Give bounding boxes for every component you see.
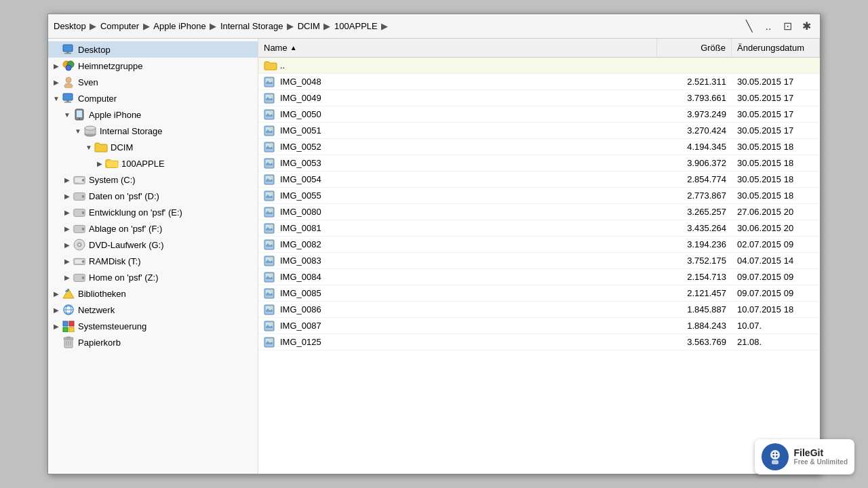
drive-network-z-icon <box>73 270 86 284</box>
sidebar-item-100apple[interactable]: 100APPLE <box>48 155 258 171</box>
breadcrumb-bar: Desktop ▶ Computer ▶ Apple iPhone ▶ Inte… <box>48 14 820 39</box>
sidebar-item-ablagef[interactable]: Ablage on 'psf' (F:) <box>48 220 258 237</box>
table-row[interactable]: IMG_00503.973.24930.05.2015 17 <box>258 106 820 123</box>
arrow-sven[interactable] <box>51 77 62 87</box>
sidebar-item-computer[interactable]: Computer <box>48 90 258 106</box>
file-name: IMG_0125 <box>258 337 657 348</box>
sidebar-item-dcim[interactable]: DCIM <box>48 139 258 155</box>
sidebar-item-systemsteuerung[interactable]: Systemsteuerung <box>48 318 258 334</box>
arrow-internal[interactable] <box>73 125 83 136</box>
sidebar-item-internal[interactable]: Internal Storage <box>48 123 258 139</box>
file-list-body[interactable]: .. IMG_00482.521.31130.05.2015 17 IMG_00… <box>258 58 820 474</box>
table-row[interactable]: IMG_00842.154.71309.07.2015 09 <box>258 269 820 285</box>
sidebar-label-ablagef: Ablage on 'psf' (F:) <box>89 224 162 234</box>
sidebar-item-dvdg[interactable]: DVD-Laufwerk (G:) <box>48 237 258 253</box>
svg-rect-46 <box>66 337 71 338</box>
arrow-netzwerk[interactable] <box>51 304 62 315</box>
table-row[interactable]: IMG_01253.563.76921.08. <box>258 334 820 350</box>
arrow-datend[interactable] <box>62 190 73 201</box>
svg-point-6 <box>66 77 71 83</box>
sidebar-item-papierkorb[interactable]: Papierkorb <box>48 334 258 350</box>
svg-rect-0 <box>63 45 73 52</box>
file-name-text: IMG_0086 <box>280 304 321 314</box>
column-header-date[interactable]: Änderungsdatum <box>732 39 820 57</box>
sidebar-item-systemc[interactable]: System (C:) <box>48 171 258 188</box>
file-name-text: IMG_0051 <box>280 125 321 136</box>
breadcrumb-100apple[interactable]: 100APPLE <box>334 21 378 31</box>
table-row[interactable]: IMG_00852.121.45709.07.2015 09 <box>258 285 820 302</box>
image-file-icon <box>264 109 277 120</box>
table-row[interactable]: IMG_00823.194.23602.07.2015 09 <box>258 237 820 253</box>
sidebar-item-homez[interactable]: Home on 'psf' (Z:) <box>48 269 258 285</box>
toolbar-star-button[interactable]: ✱ <box>798 18 814 35</box>
sidebar-item-ramt[interactable]: RAMDisk (T:) <box>48 253 258 269</box>
svg-point-85 <box>271 258 273 260</box>
table-row[interactable]: IMG_00861.845.88710.07.2015 18 <box>258 302 820 318</box>
sidebar-item-datend[interactable]: Daten on 'psf' (D:) <box>48 188 258 204</box>
drive-network-d-icon <box>73 189 86 203</box>
toolbar-window-button[interactable]: ⊡ <box>779 18 795 35</box>
arrow-homez[interactable] <box>62 272 73 283</box>
arrow-100apple[interactable] <box>94 158 105 169</box>
toolbar-dotdot-button[interactable]: .. <box>760 18 776 35</box>
breadcrumb-iphone[interactable]: Apple iPhone <box>153 21 205 31</box>
table-row[interactable]: IMG_00533.906.37230.05.2015 18 <box>258 155 820 171</box>
image-file-icon <box>264 239 277 250</box>
sidebar-item-heimnetz[interactable]: Heimnetzgruppe <box>48 58 258 74</box>
svg-point-100 <box>271 339 273 341</box>
table-row[interactable]: IMG_00871.884.24310.07. <box>258 318 820 334</box>
arrow-dcim[interactable] <box>83 142 94 152</box>
sidebar-item-netzwerk[interactable]: Netzwerk <box>48 302 258 318</box>
table-row[interactable]: IMG_00542.854.77430.05.2015 18 <box>258 171 820 188</box>
arrow-systemc[interactable] <box>62 174 73 185</box>
table-row[interactable]: IMG_00493.793.66130.05.2015 17 <box>258 90 820 106</box>
table-row[interactable]: IMG_00833.752.17504.07.2015 14 <box>258 253 820 269</box>
file-name-text: IMG_0081 <box>280 223 321 233</box>
sidebar-item-entwe[interactable]: Entwicklung on 'psf' (E:) <box>48 204 258 220</box>
svg-point-13 <box>79 118 80 119</box>
arrow-heimnetz[interactable] <box>51 60 62 71</box>
arrow-entwe[interactable] <box>62 207 73 218</box>
breadcrumb-dcim[interactable]: DCIM <box>298 21 320 31</box>
arrow-biblio[interactable] <box>51 288 62 299</box>
arrow-ramt[interactable] <box>62 256 73 266</box>
file-size: 3.270.424 <box>657 125 732 136</box>
file-name: IMG_0054 <box>258 174 657 185</box>
sidebar: Desktop Heimnetzgruppe <box>48 39 258 474</box>
folder-yellow-icon <box>94 140 108 154</box>
table-row[interactable]: IMG_00524.194.34530.05.2015 18 <box>258 139 820 155</box>
table-row[interactable]: IMG_00813.435.26430.06.2015 20 <box>258 220 820 237</box>
table-row[interactable]: .. <box>258 58 820 74</box>
arrow-dvdg[interactable] <box>62 239 73 250</box>
sidebar-label-biblio: Bibliotheken <box>78 289 126 299</box>
sidebar-item-iphone[interactable]: Apple iPhone <box>48 106 258 123</box>
column-header-size[interactable]: Größe <box>657 39 732 57</box>
column-header-name[interactable]: Name ▲ <box>258 39 657 57</box>
image-file-icon <box>264 77 277 87</box>
file-name: .. <box>258 60 657 71</box>
file-size: 3.793.661 <box>657 93 732 103</box>
table-row[interactable]: IMG_00482.521.31130.05.2015 17 <box>258 74 820 90</box>
table-row[interactable]: IMG_00513.270.42430.05.2015 17 <box>258 123 820 139</box>
sidebar-label-systemc: System (C:) <box>89 175 136 185</box>
breadcrumb[interactable]: Desktop ▶ Computer ▶ Apple iPhone ▶ Inte… <box>54 21 741 31</box>
svg-point-7 <box>64 83 73 88</box>
table-row[interactable]: IMG_00803.265.25727.06.2015 20 <box>258 204 820 220</box>
arrow-computer[interactable] <box>51 93 62 104</box>
arrow-iphone[interactable] <box>62 109 73 120</box>
sidebar-item-sven[interactable]: Sven <box>48 74 258 90</box>
svg-rect-102 <box>772 460 778 464</box>
svg-rect-20 <box>75 183 79 184</box>
desktop-icon <box>62 43 75 56</box>
toolbar-backslash-button[interactable]: ╲ <box>741 18 757 35</box>
sidebar-item-desktop[interactable]: Desktop <box>48 41 258 58</box>
table-row[interactable]: IMG_00552.773.86730.05.2015 18 <box>258 188 820 204</box>
breadcrumb-desktop[interactable]: Desktop <box>54 21 86 31</box>
folder-up-icon <box>264 60 277 71</box>
breadcrumb-storage[interactable]: Internal Storage <box>220 21 283 31</box>
breadcrumb-computer[interactable]: Computer <box>100 21 139 31</box>
sidebar-item-biblio[interactable]: Bibliotheken <box>48 285 258 302</box>
file-name: IMG_0048 <box>258 77 657 87</box>
arrow-ablagef[interactable] <box>62 223 73 234</box>
arrow-system[interactable] <box>51 321 62 331</box>
